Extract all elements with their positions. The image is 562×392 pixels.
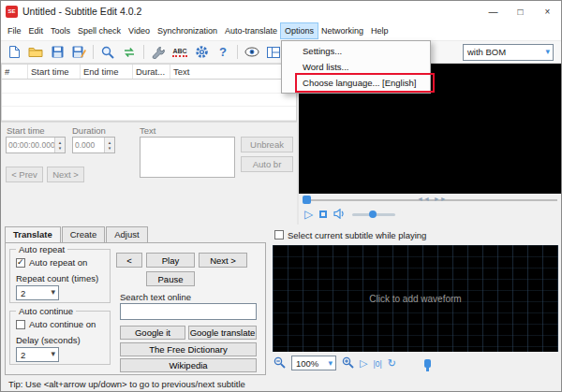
pause-button[interactable]: Pause	[146, 271, 195, 286]
auto-repeat-checkbox[interactable]	[16, 258, 25, 268]
menu-options[interactable]: Options Settings... Word lists... Choose…	[281, 23, 318, 38]
menu-edit[interactable]: Edit	[25, 23, 48, 38]
prev-subtitle-button[interactable]: < Prev	[6, 167, 43, 182]
open-file-icon[interactable]	[26, 43, 45, 62]
menu-tools[interactable]: Tools	[47, 23, 74, 38]
subtitle-pane: # Start time End time Durat... Text Star…	[1, 64, 299, 225]
help-icon[interactable]: ?	[214, 43, 232, 62]
toolbar-separator	[143, 45, 144, 59]
column-duration[interactable]: Durat...	[133, 65, 170, 79]
google-translate-button[interactable]: Google translate	[188, 326, 257, 340]
subtitle-list[interactable]: # Start time End time Durat... Text	[1, 64, 297, 122]
start-time-label: Start time	[7, 125, 45, 136]
search-text-online-label: Search text online	[120, 292, 191, 302]
waveform-area[interactable]: Click to add waveform	[273, 245, 558, 352]
zoom-level-select[interactable]: 100%	[291, 356, 336, 370]
select-current-subtitle-checkbox[interactable]	[274, 230, 284, 240]
repeat-icon[interactable]	[388, 357, 396, 370]
zoom-in-icon[interactable]	[342, 356, 354, 370]
auto-repeat-checkbox-label: Auto repeat on	[29, 257, 87, 268]
play-button[interactable]: Play	[146, 253, 195, 268]
select-current-subtitle-label: Select current subtitle while playing	[288, 230, 426, 240]
waveform-play-icon[interactable]: ▷	[360, 357, 367, 369]
spell-check-icon[interactable]: ABC	[170, 43, 189, 62]
repeat-count-label: Repeat count (times)	[16, 273, 98, 283]
subtitle-edit-panel: Start time Duration Text 00:00:00.000 0.…	[1, 122, 297, 189]
delay-value: 2	[21, 350, 25, 360]
auto-continue-title: Auto continue	[16, 306, 76, 316]
column-text[interactable]: Text	[170, 65, 296, 79]
prev-button[interactable]: <	[116, 253, 142, 268]
list-row	[2, 80, 296, 94]
menu-file[interactable]: File	[4, 23, 25, 38]
subtitle-text-input[interactable]	[140, 137, 235, 178]
minimize-button[interactable]: —	[480, 1, 507, 22]
column-number[interactable]: #	[2, 65, 28, 79]
tab-translate[interactable]: Translate	[5, 226, 61, 242]
save-as-icon[interactable]	[69, 43, 88, 62]
menu-video[interactable]: Video	[125, 23, 154, 38]
start-time-spinner[interactable]: 00:00:00.000	[6, 137, 66, 153]
delay-select[interactable]: 2	[16, 347, 59, 362]
zoom-out-icon[interactable]	[274, 356, 286, 370]
unbreak-button[interactable]: Unbreak	[241, 137, 293, 152]
new-file-icon[interactable]	[5, 43, 23, 62]
stop-icon[interactable]	[319, 211, 327, 218]
menu-help[interactable]: Help	[367, 23, 392, 38]
google-it-button[interactable]: Google it	[120, 326, 185, 340]
waveform-section: Select current subtitle while playing Cl…	[269, 226, 561, 392]
maximize-button[interactable]: □	[507, 1, 534, 22]
center-view-icon[interactable]	[373, 358, 381, 369]
menu-item-settings[interactable]: Settings...	[282, 43, 429, 59]
play-icon[interactable]: ▷	[304, 209, 313, 220]
spinner-updown-icon[interactable]	[104, 138, 114, 152]
tab-create[interactable]: Create	[62, 226, 106, 242]
position-marker-icon[interactable]	[424, 359, 431, 368]
next-button[interactable]: Next >	[199, 253, 247, 268]
volume-icon[interactable]	[333, 209, 346, 221]
menu-item-word-lists[interactable]: Word lists...	[282, 59, 429, 75]
choose-language-label: Choose language... [English]	[303, 78, 416, 88]
question-glyph: ?	[219, 45, 227, 59]
window-controls: — □ ×	[480, 1, 561, 22]
auto-br-button[interactable]: Auto br	[241, 156, 293, 172]
settings-icon[interactable]	[192, 43, 211, 62]
subtitle-list-header: # Start time End time Durat... Text	[2, 65, 296, 80]
menu-item-choose-language[interactable]: Choose language... [English]	[282, 75, 429, 91]
video-controls: ▷	[299, 206, 561, 223]
menu-auto-translate[interactable]: Auto-translate	[221, 23, 281, 38]
auto-continue-checkbox[interactable]	[16, 320, 25, 329]
volume-slider[interactable]	[352, 213, 395, 216]
tab-adjust[interactable]: Adjust	[106, 226, 147, 242]
column-end-time[interactable]: End time	[81, 65, 133, 79]
menu-spell-check[interactable]: Spell check	[74, 23, 125, 38]
menu-options-label: Options	[285, 26, 314, 36]
waveform-controls: 100% ▷	[269, 355, 561, 371]
menu-networking[interactable]: Networking	[318, 23, 367, 38]
layout-icon[interactable]	[264, 43, 283, 62]
spinner-updown-icon[interactable]	[54, 138, 65, 152]
volume-thumb[interactable]	[369, 211, 377, 218]
repeat-count-select[interactable]: 2	[16, 285, 59, 300]
bottom-section: Translate Create Adjust Auto repeat Auto…	[1, 225, 561, 392]
find-icon[interactable]	[98, 43, 117, 62]
search-text-input[interactable]	[120, 303, 257, 320]
save-icon[interactable]	[48, 43, 67, 62]
menu-synchronization[interactable]: Synchronization	[154, 23, 221, 38]
visual-sync-icon[interactable]	[243, 43, 261, 62]
wikipedia-button[interactable]: Wikipedia	[120, 358, 257, 372]
video-seek-bar[interactable]	[299, 194, 561, 206]
duration-spinner[interactable]: 0.000	[72, 137, 115, 153]
seek-thumb[interactable]	[303, 196, 311, 204]
auto-repeat-title: Auto repeat	[16, 244, 67, 254]
column-start-time[interactable]: Start time	[28, 65, 81, 79]
abc-glyph: ABC	[172, 48, 186, 57]
replace-icon[interactable]	[120, 43, 139, 62]
close-button[interactable]: ×	[534, 1, 561, 22]
fast-forward-icon[interactable]	[434, 196, 447, 202]
rewind-icon[interactable]	[417, 196, 430, 202]
encoding-select[interactable]: with BOM	[463, 44, 554, 61]
fix-common-errors-icon[interactable]	[149, 43, 168, 62]
free-dictionary-button[interactable]: The Free Dictionary	[120, 342, 257, 356]
next-subtitle-button[interactable]: Next >	[47, 167, 84, 182]
